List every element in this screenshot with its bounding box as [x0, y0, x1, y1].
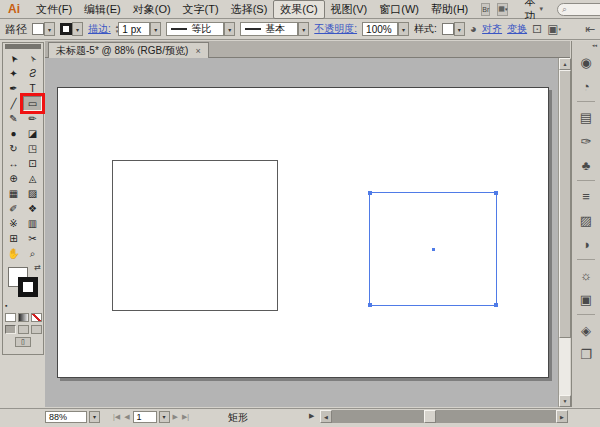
- drawn-rectangle[interactable]: [112, 160, 278, 311]
- tool-zoom[interactable]: ⌕: [23, 246, 42, 261]
- tool-artboard[interactable]: ⊞: [4, 231, 23, 246]
- next-artboard-button[interactable]: ▶: [172, 413, 179, 421]
- swap-fill-stroke-icon[interactable]: ⇄: [34, 264, 41, 272]
- draw-inside-button[interactable]: [31, 325, 42, 334]
- scroll-left-icon[interactable]: ◀: [320, 410, 332, 423]
- search-input[interactable]: [570, 4, 600, 15]
- scroll-up-icon[interactable]: ▲: [559, 58, 571, 70]
- expand-panels-icon[interactable]: ◂◂: [572, 41, 600, 50]
- anchor-handle-3[interactable]: [494, 303, 498, 307]
- scroll-down-icon[interactable]: ▼: [559, 395, 571, 407]
- appearance-panel-icon[interactable]: ☼: [572, 263, 600, 287]
- stroke-color-dropdown[interactable]: ▾: [60, 22, 83, 36]
- default-fill-stroke-icon[interactable]: ▪: [5, 302, 7, 309]
- tool-shape-builder[interactable]: ⊕: [4, 171, 23, 186]
- zoom-level-value[interactable]: 88%: [45, 411, 87, 423]
- tool-direct-selection[interactable]: ➢: [23, 51, 42, 66]
- tool-blend[interactable]: ❖: [23, 201, 42, 216]
- draw-behind-button[interactable]: [18, 325, 29, 334]
- opacity-panel-link[interactable]: 不透明度:: [314, 22, 357, 36]
- document-tab[interactable]: 未标题-5* @ 88% (RGB/预览) ×: [48, 42, 209, 58]
- stroke-width-value[interactable]: 1 px: [118, 22, 150, 36]
- stroke-panel-icon[interactable]: ≡: [572, 184, 600, 208]
- screen-mode-button[interactable]: ▯: [15, 337, 31, 347]
- menu-item-1[interactable]: 编辑(E): [78, 1, 127, 18]
- menu-item-2[interactable]: 对象(O): [127, 1, 177, 18]
- arrange-documents-icon[interactable]: ▦▾: [497, 3, 508, 16]
- isolate-mode-dropdown[interactable]: ▣▾: [547, 23, 561, 35]
- vertical-scrollbar-thumb[interactable]: [559, 70, 571, 338]
- tool-selection[interactable]: ➤: [4, 51, 23, 66]
- scroll-right-icon[interactable]: ▶: [556, 410, 568, 423]
- opacity-value[interactable]: 100%: [362, 22, 398, 36]
- status-overflow-icon[interactable]: ▶: [309, 412, 314, 420]
- symbols-panel-icon[interactable]: ♣: [572, 153, 600, 177]
- style-dropdown[interactable]: ▾: [442, 22, 465, 36]
- close-tab-icon[interactable]: ×: [195, 46, 200, 56]
- collapse-control-bar-icon[interactable]: ⇤: [585, 23, 595, 35]
- anchor-handle-0[interactable]: [368, 191, 372, 195]
- tool-perspective-grid[interactable]: ◬: [23, 171, 42, 186]
- horizontal-scrollbar-thumb[interactable]: [424, 410, 436, 423]
- swatches-panel-icon[interactable]: ▤: [572, 105, 600, 129]
- menu-item-0[interactable]: 文件(F): [30, 1, 78, 18]
- graphic-styles-panel-icon[interactable]: ▣: [572, 287, 600, 311]
- menu-item-6[interactable]: 视图(V): [325, 1, 374, 18]
- bounding-box-icon[interactable]: ⊡: [532, 23, 542, 35]
- artboard-number-value[interactable]: 1: [133, 411, 157, 423]
- bridge-icon[interactable]: Br: [481, 3, 490, 16]
- transparency-panel-icon[interactable]: ◑: [572, 232, 600, 256]
- anchor-handle-1[interactable]: [494, 191, 498, 195]
- brushes-panel-icon[interactable]: ✑: [572, 129, 600, 153]
- color-mode-button[interactable]: [5, 313, 16, 322]
- menu-item-5[interactable]: 效果(C): [273, 0, 324, 19]
- tool-lasso[interactable]: Ƨ: [23, 66, 42, 81]
- first-artboard-button[interactable]: |◀: [112, 413, 121, 421]
- recolor-artwork-icon[interactable]: ◕: [470, 23, 477, 35]
- brush-definition-dropdown[interactable]: 基本 ▾: [240, 22, 309, 36]
- opacity-dropdown[interactable]: 100% ▾: [362, 22, 409, 36]
- last-artboard-button[interactable]: ▶|: [181, 413, 190, 421]
- vertical-scrollbar[interactable]: ▲ ▼: [558, 58, 570, 407]
- none-mode-button[interactable]: [31, 313, 42, 322]
- tool-eyedropper[interactable]: ✐: [4, 201, 23, 216]
- tool-eraser[interactable]: ◪: [23, 126, 42, 141]
- color-panel-icon[interactable]: ◉: [572, 50, 600, 74]
- stroke-panel-link[interactable]: 描边:: [88, 22, 111, 36]
- tool-scale[interactable]: ◳: [23, 141, 42, 156]
- layers-panel-icon[interactable]: ◈: [572, 318, 600, 342]
- color-guide-panel-icon[interactable]: ◔: [572, 74, 600, 98]
- chevron-down-icon[interactable]: ▾: [150, 22, 161, 36]
- drawn-rectangle-selected[interactable]: [369, 192, 497, 306]
- gradient-mode-button[interactable]: [18, 313, 29, 322]
- canvas-viewport[interactable]: [45, 58, 558, 407]
- horizontal-scrollbar[interactable]: ◀ ▶: [320, 410, 568, 423]
- tool-blob-brush[interactable]: ●: [4, 126, 23, 141]
- search-box[interactable]: ⌕: [557, 3, 600, 16]
- menu-item-8[interactable]: 帮助(H): [425, 1, 474, 18]
- align-panel-link[interactable]: 对齐: [482, 22, 502, 36]
- draw-normal-button[interactable]: [5, 325, 16, 334]
- tool-gradient[interactable]: ▨: [23, 186, 42, 201]
- artboards-panel-icon[interactable]: ❐: [572, 342, 600, 366]
- gradient-panel-icon[interactable]: ▨: [572, 208, 600, 232]
- fill-color-dropdown[interactable]: ▾: [32, 22, 55, 36]
- zoom-level-dropdown[interactable]: 88% ▾: [45, 410, 100, 423]
- menu-item-4[interactable]: 选择(S): [225, 1, 274, 18]
- tool-free-transform[interactable]: ⊡: [23, 156, 42, 171]
- width-profile-dropdown[interactable]: 等比 ▾: [166, 22, 235, 36]
- tool-magic-wand[interactable]: ✦: [4, 66, 23, 81]
- anchor-handle-2[interactable]: [368, 303, 372, 307]
- previous-artboard-button[interactable]: ◀: [123, 413, 130, 421]
- menu-item-3[interactable]: 文字(T): [177, 1, 225, 18]
- tool-width[interactable]: ↔: [4, 156, 23, 171]
- menu-item-7[interactable]: 窗口(W): [373, 1, 425, 18]
- tool-mesh[interactable]: ▦: [4, 186, 23, 201]
- tool-hand[interactable]: ✋: [4, 246, 23, 261]
- tool-slice[interactable]: ✂: [23, 231, 42, 246]
- stroke-width-stepper[interactable]: ▴▾ 1 px ▾: [116, 22, 162, 36]
- tool-column-graph[interactable]: ▥: [23, 216, 42, 231]
- panel-grip[interactable]: [5, 44, 41, 49]
- tool-rectangle[interactable]: ▭: [23, 96, 42, 111]
- tool-symbol-sprayer[interactable]: ※: [4, 216, 23, 231]
